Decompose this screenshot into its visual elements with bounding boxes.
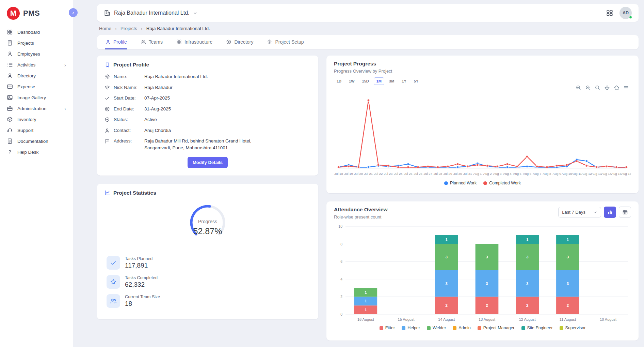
range-button-1m[interactable]: 1M	[374, 77, 384, 85]
progress-line-chart[interactable]: Jul 18Jul 19Jul 20Jul 21Jul 22Jul 23Jul …	[334, 91, 631, 179]
stat-label: Tasks Planned	[125, 256, 152, 261]
svg-text:16 August: 16 August	[357, 317, 374, 321]
svg-text:Jul 31: Jul 31	[463, 172, 472, 176]
stat-value: 62,332	[125, 281, 158, 288]
svg-text:Jul 29: Jul 29	[444, 172, 452, 176]
bar-chart-icon	[607, 209, 613, 215]
apps-grid-button[interactable]	[606, 9, 613, 17]
inventory-icon	[7, 116, 13, 122]
zoom-out-icon[interactable]	[585, 85, 591, 91]
stat-tasks-planned: Tasks Planned 117,891	[107, 256, 311, 270]
svg-text:2: 2	[340, 295, 342, 299]
chart-menu-icon[interactable]	[623, 85, 629, 91]
svg-text:3: 3	[526, 255, 528, 259]
legend-item[interactable]: Supervisor	[560, 326, 586, 330]
svg-text:3: 3	[446, 282, 448, 286]
time-range-selector: 1D1W15D1M3M1Y5Y	[334, 77, 631, 85]
chart-view-button[interactable]	[604, 207, 616, 218]
sidebar-item-activities[interactable]: Activities ›	[0, 59, 73, 70]
legend-item[interactable]: Completed Work	[483, 181, 521, 185]
breadcrumb-projects[interactable]: Projects	[120, 26, 137, 31]
tab-teams[interactable]: Teams	[141, 35, 163, 49]
app-root: M PMS Dashboard Projects Employees Activ…	[0, 0, 644, 347]
days-filter-select[interactable]: Last 7 Days	[558, 207, 601, 217]
chevron-down-icon	[193, 11, 197, 15]
range-button-15d[interactable]: 15D	[359, 77, 372, 85]
stat-tasks-completed: Tasks Completed 62,332	[107, 275, 311, 289]
project-setup-tab-icon	[267, 39, 272, 45]
sidebar-item-documentation[interactable]: Documentation	[0, 136, 73, 147]
table-view-button[interactable]	[619, 207, 631, 218]
sidebar-item-directory[interactable]: Directory	[0, 70, 73, 81]
breadcrumb-separator: ›	[141, 26, 143, 31]
sidebar-item-projects[interactable]: Projects	[0, 37, 73, 48]
range-button-3m[interactable]: 3M	[386, 77, 397, 85]
tab-profile[interactable]: Profile	[105, 35, 127, 49]
selection-zoom-icon[interactable]	[595, 85, 600, 91]
legend-item[interactable]: Site Engineer	[521, 326, 553, 330]
legend-item[interactable]: Admin	[453, 326, 470, 330]
range-button-1y[interactable]: 1Y	[399, 77, 409, 85]
chart-line-icon	[104, 190, 110, 196]
sidebar-item-label: Activities	[17, 62, 35, 67]
start-date-field-icon	[104, 95, 110, 101]
legend-item[interactable]: Project Manager	[478, 326, 515, 330]
logo-icon: M	[7, 7, 20, 20]
image-gallery-icon	[7, 94, 13, 101]
legend-item[interactable]: Planned Work	[444, 181, 477, 185]
svg-text:Aug 15: Aug 15	[611, 172, 622, 176]
modify-details-button[interactable]: Modify Details	[188, 157, 228, 168]
reset-zoom-home-icon[interactable]	[614, 85, 619, 91]
svg-text:0: 0	[340, 312, 342, 316]
attendance-bar-chart[interactable]: 024681016 August11115 August14 August233…	[334, 223, 631, 324]
svg-text:Aug 5: Aug 5	[513, 172, 521, 176]
sidebar-item-dashboard[interactable]: Dashboard	[0, 27, 73, 37]
range-button-5y[interactable]: 5Y	[411, 77, 421, 85]
tab-project-setup[interactable]: Project Setup	[267, 35, 304, 49]
range-button-1d[interactable]: 1D	[334, 77, 344, 85]
legend-item[interactable]: Helper	[402, 326, 420, 330]
attendance-card-title: Attendance Overview	[334, 207, 388, 213]
sidebar-item-label: Help Desk	[17, 150, 38, 155]
avatar[interactable]: AD	[619, 7, 632, 19]
sidebar-item-administration[interactable]: Administration ›	[0, 103, 73, 114]
sidebar-item-support[interactable]: Support	[0, 125, 73, 136]
projects-icon	[7, 40, 13, 46]
svg-text:Aug 16: Aug 16	[621, 172, 631, 176]
profile-tab-icon	[105, 39, 111, 45]
sidebar-item-label: Dashboard	[17, 30, 40, 35]
sidebar-item-help-desk[interactable]: Help Desk	[0, 147, 73, 157]
svg-text:8: 8	[340, 242, 342, 246]
avatar-initials: AD	[623, 11, 629, 15]
zoom-in-icon[interactable]	[576, 85, 581, 91]
statistics-card-title: Project Statistics	[113, 190, 156, 196]
breadcrumb-home[interactable]: Home	[99, 26, 111, 31]
name-field-icon	[104, 74, 110, 79]
apps-grid-icon	[606, 9, 613, 17]
profile-fields: Name: Raja Bahadur International Ltd. Ni…	[104, 73, 311, 151]
legend-item[interactable]: Fitter	[380, 326, 395, 330]
sidebar-item-employees[interactable]: Employees	[0, 48, 73, 59]
app-logo[interactable]: M PMS	[0, 4, 73, 27]
field-start-date: Start Date: 07-Apr-2025	[104, 95, 311, 102]
project-switcher[interactable]: Raja Bahadur International Ltd.	[104, 10, 197, 16]
topbar: Raja Bahadur International Ltd. AD	[97, 4, 639, 22]
sidebar-item-expense[interactable]: Expense	[0, 81, 73, 92]
tab-label: Directory	[234, 39, 253, 45]
svg-text:Jul 27: Jul 27	[424, 172, 432, 176]
attendance-card-subtitle: Role-wise present count	[334, 214, 388, 220]
sidebar-collapse-button[interactable]: ‹	[69, 8, 78, 17]
svg-text:Aug 9: Aug 9	[553, 172, 561, 176]
sidebar-item-label: Image Gallery	[17, 95, 46, 100]
pan-icon[interactable]	[604, 85, 610, 91]
building-icon	[104, 10, 111, 16]
svg-text:10 August: 10 August	[600, 317, 616, 321]
svg-text:2: 2	[567, 303, 569, 307]
tab-infrastructure[interactable]: Infrastructure	[176, 35, 212, 49]
sidebar-item-inventory[interactable]: Inventory	[0, 114, 73, 125]
legend-item[interactable]: Welder	[427, 326, 446, 330]
activities-icon	[7, 62, 13, 68]
sidebar-item-image-gallery[interactable]: Image Gallery	[0, 92, 73, 103]
tab-directory[interactable]: Directory	[226, 35, 253, 49]
range-button-1w[interactable]: 1W	[346, 77, 357, 85]
